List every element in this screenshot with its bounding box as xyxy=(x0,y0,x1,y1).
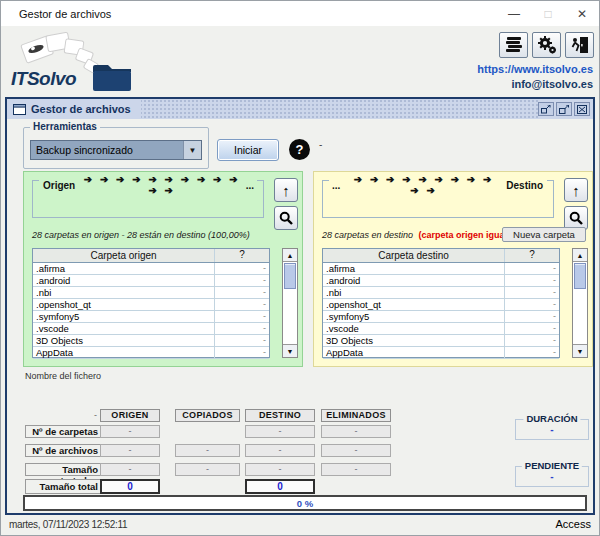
table-row[interactable]: 3D Objects- xyxy=(323,335,559,347)
frame-close-button[interactable] xyxy=(574,102,590,116)
origin-col-q: ? xyxy=(214,249,269,262)
destination-table: Carpeta destino ? .afirma- .android- .nb… xyxy=(322,248,560,358)
summary-value: - xyxy=(245,444,315,457)
frame-minimize-icon xyxy=(541,105,551,114)
status-app-name: Access xyxy=(556,518,591,530)
table-row[interactable]: .nbi- xyxy=(33,287,269,299)
summary-value: - xyxy=(100,425,160,438)
table-row[interactable]: AppData- xyxy=(323,347,559,359)
summary-total-destino: 0 xyxy=(245,479,315,494)
search-icon xyxy=(569,211,583,225)
table-row[interactable]: AppData- xyxy=(33,347,269,359)
summary-corner-dash: - xyxy=(25,409,103,422)
origin-label: Origen xyxy=(39,180,79,191)
scroll-down-icon[interactable]: ▼ xyxy=(573,344,587,357)
table-row[interactable]: .openshot_qt- xyxy=(323,299,559,311)
table-row[interactable]: .afirma- xyxy=(33,263,269,275)
summary-row-label: Nº de carpetas xyxy=(25,425,103,438)
destination-scrollbar[interactable]: ▲ ▼ xyxy=(572,248,588,358)
table-row[interactable]: .android- xyxy=(33,275,269,287)
origin-panel: Origen ➔ ➔ ➔ ➔ ➔ ➔ ➔ ➔ ➔ ➔ ➔ ➔ ... ↑ 28 … xyxy=(23,171,303,367)
app-header: ITSolvo xyxy=(1,26,599,97)
table-row[interactable]: .symfony5- xyxy=(323,311,559,323)
tool-select-value: Backup sincronizado xyxy=(31,141,183,159)
origin-up-folder-button[interactable]: ↑ xyxy=(274,178,298,202)
inner-frame-title: Gestor de archivos xyxy=(31,103,131,115)
origin-scrollbar[interactable]: ▲ ▼ xyxy=(282,248,298,358)
origin-stats: 28 carpetas en origen - 28 están en dest… xyxy=(32,230,250,240)
table-row[interactable]: .vscode- xyxy=(323,323,559,335)
summary-value: - xyxy=(321,425,391,438)
start-button[interactable]: Iniciar xyxy=(217,139,279,161)
chevron-down-icon[interactable]: ▼ xyxy=(183,141,201,159)
scroll-up-icon[interactable]: ▲ xyxy=(573,249,587,262)
summary-header-eliminados: ELIMINADOS xyxy=(321,409,391,422)
tools-groupbox: Herramientas Backup sincronizado ▼ xyxy=(23,127,209,169)
origin-ellipsis: ... xyxy=(243,180,257,191)
scroll-up-icon[interactable]: ▲ xyxy=(283,249,297,262)
exit-button[interactable] xyxy=(565,32,594,58)
email-link[interactable]: info@itsolvo.es xyxy=(477,77,593,92)
file-name-label: Nombre del fichero xyxy=(25,371,101,381)
status-bar: martes, 07/11/2023 12:52:11 Access xyxy=(1,515,599,535)
exit-door-icon xyxy=(570,36,590,54)
window-title: Gestor de archivos xyxy=(19,8,497,20)
summary-total-label: Tamaño total xyxy=(25,479,103,494)
settings-button[interactable] xyxy=(532,32,561,58)
search-icon xyxy=(279,211,293,225)
log-button[interactable] xyxy=(499,32,528,58)
summary-row-label: Tamaño tratados xyxy=(25,463,103,476)
table-row[interactable]: .symfony5- xyxy=(33,311,269,323)
duration-label: DURACIÓN xyxy=(523,413,580,424)
table-row[interactable]: .android- xyxy=(323,275,559,287)
progress-value: 0 % xyxy=(297,498,313,509)
destination-table-header: Carpeta destino ? xyxy=(323,249,559,263)
frame-close-icon xyxy=(577,105,587,114)
origin-table-header: Carpeta origen ? xyxy=(33,249,269,263)
maximize-button[interactable]: □ xyxy=(531,1,565,26)
scrollbar-thumb[interactable] xyxy=(574,263,586,289)
destination-path-box: ... ➔ ➔ ➔ ➔ ➔ ➔ ➔ ➔ ➔ ➔ ➔ Destino xyxy=(322,180,554,218)
help-icon[interactable]: ? xyxy=(289,139,310,160)
destination-up-folder-button[interactable]: ↑ xyxy=(564,178,588,202)
itsolvo-logo: ITSolvo xyxy=(9,28,139,94)
table-row[interactable]: .afirma- xyxy=(323,263,559,275)
new-folder-button[interactable]: Nueva carpeta xyxy=(502,227,586,242)
tools-dash: - xyxy=(319,139,322,150)
summary-value: - xyxy=(245,463,315,476)
summary-total-origen: 0 xyxy=(100,479,160,494)
gears-icon xyxy=(537,35,557,55)
table-row[interactable]: .nbi- xyxy=(323,287,559,299)
frame-maximize-button[interactable] xyxy=(556,102,572,116)
destination-col-name: Carpeta destino xyxy=(323,249,504,262)
table-row[interactable]: 3D Objects- xyxy=(33,335,269,347)
scrollbar-thumb[interactable] xyxy=(284,263,296,289)
os-titlebar: Gestor de archivos — □ ✕ xyxy=(1,1,599,26)
summary-value: - xyxy=(321,463,391,476)
pending-groupbox: PENDIENTE - xyxy=(515,466,589,487)
tool-select[interactable]: Backup sincronizado ▼ xyxy=(30,140,202,160)
table-row[interactable]: .vscode- xyxy=(33,323,269,335)
pending-label: PENDIENTE xyxy=(522,460,582,471)
summary-value: - xyxy=(100,463,160,476)
summary-value: - xyxy=(175,463,240,476)
summary-header-origen: ORIGEN xyxy=(100,409,160,422)
destination-arrows-icon: ➔ ➔ ➔ ➔ ➔ ➔ ➔ ➔ ➔ ➔ ➔ xyxy=(343,174,502,196)
destination-ellipsis: ... xyxy=(329,180,343,191)
duration-groupbox: DURACIÓN - xyxy=(515,419,589,440)
stacked-books-icon xyxy=(504,36,524,54)
window-icon xyxy=(13,104,26,115)
frame-content: Herramientas Backup sincronizado ▼ Inici… xyxy=(9,119,591,511)
destination-stats: 28 carpetas en destino xyxy=(322,230,413,240)
table-row[interactable]: .openshot_qt- xyxy=(33,299,269,311)
website-link[interactable]: https://www.itsolvo.es xyxy=(477,62,593,77)
scroll-down-icon[interactable]: ▼ xyxy=(283,344,297,357)
inner-frame-titlebar: Gestor de archivos xyxy=(7,99,593,119)
frame-minimize-button[interactable] xyxy=(538,102,554,116)
minimize-button[interactable]: — xyxy=(497,1,531,26)
summary-header-copiados: COPIADOS xyxy=(175,409,240,422)
destination-panel: ... ➔ ➔ ➔ ➔ ➔ ➔ ➔ ➔ ➔ ➔ ➔ Destino ↑ 28 c… xyxy=(313,171,593,367)
close-button[interactable]: ✕ xyxy=(565,1,599,26)
progress-bar: 0 % xyxy=(23,495,587,511)
origin-browse-button[interactable] xyxy=(274,206,298,230)
